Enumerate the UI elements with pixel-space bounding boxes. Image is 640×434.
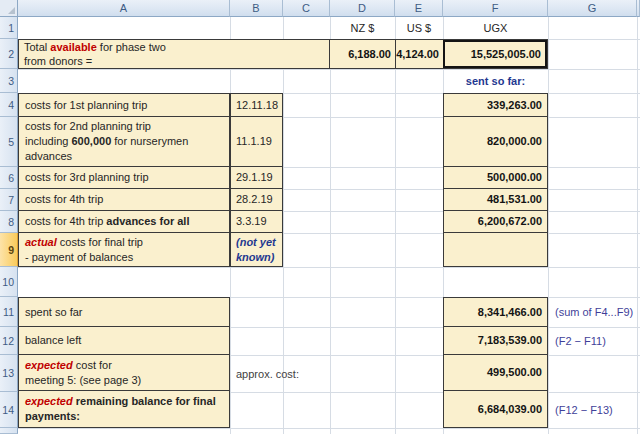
cell-F5[interactable]: 820,000.00	[444, 117, 547, 167]
cell-E1[interactable]: US $	[395, 17, 443, 39]
cell-A4[interactable]: costs for 1st planning trip	[19, 94, 229, 117]
cell-B7[interactable]: 28.2.19	[231, 189, 282, 211]
range-A4-A9: costs for 1st planning trip costs for 2n…	[18, 93, 230, 267]
gridline-v	[548, 17, 549, 434]
cell-A5[interactable]: costs for 2nd planning trip including 60…	[19, 117, 229, 167]
cell-B13[interactable]: approx. cost:	[232, 355, 327, 392]
cell-B9[interactable]: (not yet known)	[231, 233, 282, 266]
cell-A2-line1: Total available for phase two	[24, 40, 166, 54]
cell-D2[interactable]: 6,188.00	[329, 40, 395, 68]
amount-emphasis: 600,000	[71, 135, 111, 147]
cell-F2[interactable]: 15,525,005.00	[443, 40, 547, 68]
range-A11-A14: spent so far balance left expected cost …	[18, 297, 230, 428]
gridline-h	[18, 428, 640, 429]
row-header-14[interactable]: 14	[0, 392, 18, 428]
row-header-6[interactable]: 6	[0, 167, 18, 189]
expected-emphasis: expected	[25, 359, 73, 371]
cell-G12[interactable]: (F2 − F11)	[551, 327, 639, 355]
cell-A7[interactable]: costs for 4th trip	[19, 189, 229, 211]
spreadsheet: A B C D E F G 1 2 3 4 5 6 7 8 9 10 11 12…	[0, 0, 640, 434]
cell-F13[interactable]: 499,500.00	[444, 355, 547, 391]
cell-A2-line2: from donors =	[24, 54, 92, 68]
cell-B5[interactable]: 11.1.19	[231, 117, 282, 167]
column-header-A[interactable]: A	[18, 0, 230, 17]
cell-A8[interactable]: costs for 4th trip advances for all	[19, 211, 229, 233]
row-header-10[interactable]: 10	[0, 267, 18, 297]
row-header-1[interactable]: 1	[0, 17, 18, 39]
gridline-v	[395, 17, 396, 434]
advances-emphasis: advances for all	[106, 215, 189, 227]
cell-A14[interactable]: expected remaining balance for final pay…	[19, 391, 229, 427]
cell-B4[interactable]: 12.11.18	[231, 94, 282, 117]
row-header-12[interactable]: 12	[0, 327, 18, 355]
corner-triangle-icon	[8, 7, 15, 14]
available-emphasis: available	[50, 41, 96, 53]
column-header-B[interactable]: B	[230, 0, 283, 17]
column-header-F[interactable]: F	[443, 0, 548, 17]
column-header-C[interactable]: C	[283, 0, 330, 17]
range-F4-F9: 339,263.00 820,000.00 500,000.00 481,531…	[443, 93, 548, 267]
gridline-h	[18, 267, 640, 268]
cell-A9[interactable]: actual costs for final trip - payment of…	[19, 233, 229, 266]
row-header-3[interactable]: 3	[0, 69, 18, 93]
cell-F11[interactable]: 8,341,466.00	[444, 298, 547, 327]
row-header-9-selected[interactable]: 9	[0, 233, 18, 267]
cell-G11[interactable]: (sum of F4...F9)	[551, 297, 639, 327]
row-header-5[interactable]: 5	[0, 117, 18, 167]
row-header-4[interactable]: 4	[0, 93, 18, 117]
range-B4-B9: 12.11.18 11.1.19 29.1.19 28.2.19 3.3.19 …	[230, 93, 283, 267]
cell-F12[interactable]: 7,183,539.00	[444, 327, 547, 355]
select-all-corner[interactable]	[0, 0, 18, 17]
cell-F3[interactable]: sent so far:	[443, 69, 548, 93]
cell-A12[interactable]: balance left	[19, 327, 229, 355]
row-header-7[interactable]: 7	[0, 189, 18, 211]
row-header-13[interactable]: 13	[0, 355, 18, 392]
column-header-G[interactable]: G	[548, 0, 637, 17]
range-A2-F2: Total available for phase two from donor…	[18, 39, 548, 69]
cell-E2[interactable]: 4,124.00	[395, 40, 443, 68]
column-header-D[interactable]: D	[330, 0, 395, 17]
cell-F1[interactable]: UGX	[443, 17, 548, 39]
cell-A2[interactable]: Total available for phase two from donor…	[24, 40, 324, 68]
cell-B8[interactable]: 3.3.19	[231, 211, 282, 233]
row-header-11[interactable]: 11	[0, 297, 18, 327]
actual-emphasis: actual	[25, 236, 57, 248]
column-header-E[interactable]: E	[395, 0, 443, 17]
expected-emphasis: expected	[25, 395, 73, 407]
gridline-v	[637, 17, 638, 434]
cell-F8[interactable]: 6,200,672.00	[444, 211, 547, 233]
gridline-v	[330, 17, 331, 434]
cell-A11[interactable]: spent so far	[19, 298, 229, 327]
row-header-2[interactable]: 2	[0, 39, 18, 69]
cell-F4[interactable]: 339,263.00	[444, 94, 547, 117]
cell-A5-line2: including 600,000 for nurserymen	[25, 134, 229, 149]
cell-F14[interactable]: 6,684,039.00	[444, 391, 547, 427]
cell-F7[interactable]: 481,531.00	[444, 189, 547, 211]
cell-A6[interactable]: costs for 3rd planning trip	[19, 167, 229, 189]
row-header-8[interactable]: 8	[0, 211, 18, 233]
range-F11-F14: 8,341,466.00 7,183,539.00 499,500.00 6,6…	[443, 297, 548, 428]
cell-D1[interactable]: NZ $	[330, 17, 395, 39]
cell-G14[interactable]: (F12 − F13)	[551, 392, 639, 428]
cell-A13[interactable]: expected cost for meeting 5: (see page 3…	[19, 355, 229, 391]
cell-B6[interactable]: 29.1.19	[231, 167, 282, 189]
cell-F9-empty[interactable]	[444, 233, 547, 266]
cell-F6[interactable]: 500,000.00	[444, 167, 547, 189]
row-header-15-partial	[0, 428, 18, 434]
